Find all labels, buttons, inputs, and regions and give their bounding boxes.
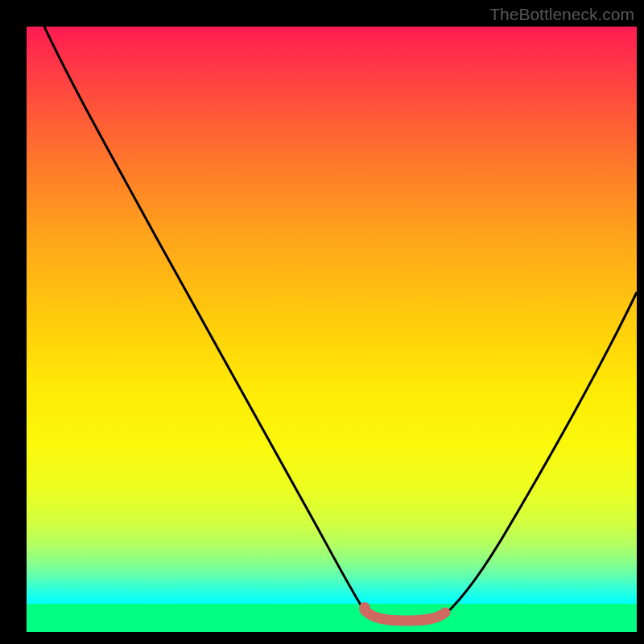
- optimal-start-marker: [359, 602, 370, 613]
- optimal-zone-highlight: [365, 610, 445, 621]
- watermark-text: TheBottleneck.com: [489, 5, 634, 24]
- bottleneck-curve-right: [445, 292, 637, 614]
- chart-plot-area: [27, 27, 637, 632]
- bottleneck-curve-left: [44, 27, 365, 611]
- chart-svg: [27, 27, 637, 632]
